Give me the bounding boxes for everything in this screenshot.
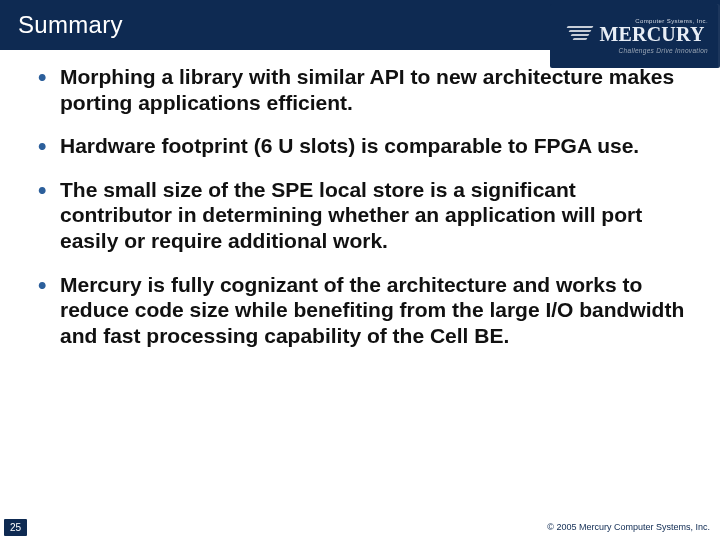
bullet-item: Mercury is fully cognizant of the archit… [38, 272, 690, 349]
footer: 25 © 2005 Mercury Computer Systems, Inc. [0, 518, 720, 540]
bullet-item: Hardware footprint (6 U slots) is compar… [38, 133, 690, 159]
page-number: 25 [4, 519, 27, 536]
bullet-text: Mercury is fully cognizant of the archit… [60, 273, 684, 347]
content-area: Morphing a library with similar API to n… [0, 64, 720, 512]
copyright-text: © 2005 Mercury Computer Systems, Inc. [547, 522, 710, 532]
slide-title: Summary [0, 11, 123, 39]
bullet-list: Morphing a library with similar API to n… [38, 64, 690, 348]
logo-line: MERCURY [565, 23, 704, 46]
wing-icon [565, 26, 593, 44]
bullet-text: Hardware footprint (6 U slots) is compar… [60, 134, 639, 157]
brand-logo: Computer Systems, Inc. MERCURY Challenge… [550, 4, 720, 68]
bullet-text: Morphing a library with similar API to n… [60, 65, 674, 114]
title-bar: Summary Computer Systems, Inc. MERCURY C… [0, 0, 720, 50]
bullet-item: The small size of the SPE local store is… [38, 177, 690, 254]
logo-wordmark: MERCURY [599, 23, 704, 46]
bullet-item: Morphing a library with similar API to n… [38, 64, 690, 115]
bullet-text: The small size of the SPE local store is… [60, 178, 642, 252]
slide: Summary Computer Systems, Inc. MERCURY C… [0, 0, 720, 540]
logo-tagline: Challenges Drive Innovation [619, 47, 720, 54]
